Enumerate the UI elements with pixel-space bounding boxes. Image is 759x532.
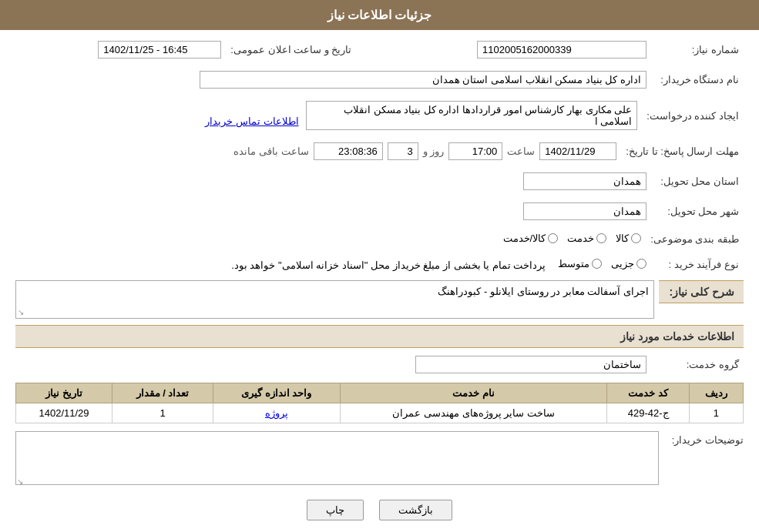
tarikhoSaat-input: 1402/11/25 - 16:45	[98, 41, 221, 59]
toseeh-label: توضیحات خریدار:	[659, 431, 744, 446]
remaining-input: 23:08:36	[314, 142, 383, 160]
cell-radif: 1	[689, 403, 743, 423]
radio-khedmat-label: خدمت	[567, 233, 594, 244]
radio-motevaset-input[interactable]	[592, 259, 602, 269]
radio-kala-label: کالا	[616, 233, 629, 244]
tabaghe-value: کالا خدمت کالا/خدمت	[15, 229, 646, 249]
page-title: جزئیات اطلاعات نیاز	[327, 8, 432, 22]
shahr-value: همدان	[15, 199, 651, 223]
radio-kalakhedmat-label: کالا/خدمت	[503, 233, 546, 244]
time-input: 17:00	[448, 142, 502, 160]
col-vahed: واحد اندازه گیری	[213, 383, 340, 403]
grooh-label: گروه خدمت:	[651, 353, 744, 376]
radio-motevaset-label: متوسط	[558, 258, 589, 269]
col-nam: نام خدمت	[340, 383, 607, 403]
bazgasht-button[interactable]: بازگشت	[379, 500, 452, 520]
ijadKonande-input: علی مکاری بهار کارشناس امور قراردادها اد…	[306, 101, 637, 130]
info-table-row5: استان محل تحویل: همدان	[15, 169, 744, 193]
page-header: جزئیات اطلاعات نیاز	[0, 0, 759, 30]
namDastgah-input: اداره کل بنیاد مسکن انقلاب اسلامی استان …	[200, 71, 646, 89]
grooh-input: ساختمان	[415, 356, 646, 373]
cell-vahed[interactable]: پروژه	[213, 403, 340, 423]
cell-tarikh: 1402/11/29	[16, 403, 113, 423]
table-row: 1 ج-42-429 ساخت سایر پروژه‌های مهندسی عم…	[16, 403, 744, 423]
services-section-title: اطلاعات خدمات مورد نیاز	[15, 325, 744, 348]
cell-nam: ساخت سایر پروژه‌های مهندسی عمران	[340, 403, 607, 423]
col-kod: کد خدمت	[607, 383, 689, 403]
radio-kalakhedmat: کالا/خدمت	[503, 233, 559, 244]
shomareNiaz-value: 1102005162000339	[367, 38, 651, 62]
sharh-value-box: اجرای آسفالت معابر در روستای ایلانلو - ک…	[15, 280, 654, 319]
info-table-row3: ایجاد کننده درخواست: علی مکاری بهار کارش…	[15, 98, 744, 133]
shomareNiaz-input: 1102005162000339	[477, 41, 646, 59]
info-table-row8: نوع فرآیند خرید : جزیی متوسط پرداخت تمام…	[15, 255, 744, 274]
time-label: ساعت	[507, 146, 535, 157]
sharh-section-title: شرح کلی نیاز:	[659, 280, 744, 303]
radio-khedmat: خدمت	[567, 233, 606, 244]
rooz-label: روز و	[423, 146, 445, 157]
ijadKonande-label: ایجاد کننده درخواست:	[642, 98, 744, 133]
sharh-section: شرح کلی نیاز: اجرای آسفالت معابر در روست…	[15, 280, 744, 319]
tarikhoSaat-label: تاریخ و ساعت اعلان عمومی:	[226, 38, 367, 62]
services-table: ردیف کد خدمت نام خدمت واحد اندازه گیری ت…	[15, 383, 744, 423]
grooh-value: ساختمان	[15, 353, 651, 376]
naveFarayand-radio-group: جزیی متوسط	[558, 258, 646, 269]
chap-button[interactable]: چاپ	[307, 500, 364, 520]
radio-jazee-input[interactable]	[636, 259, 646, 269]
shahr-label: شهر محل تحویل:	[651, 199, 744, 223]
remaining-label: ساعت باقی مانده	[233, 146, 308, 157]
date-input: 1402/11/29	[539, 142, 616, 160]
mohlat-value: 1402/11/29 ساعت 17:00 روز و 3 23:08:36 س…	[15, 139, 621, 163]
shomareNiaz-label: شماره نیاز:	[651, 38, 744, 62]
toseeh-textarea[interactable]	[15, 431, 659, 485]
page-wrapper: جزئیات اطلاعات نیاز شماره نیاز: 11020051…	[0, 0, 759, 532]
info-table-row4: مهلت ارسال پاسخ: تا تاریخ: 1402/11/29 سا…	[15, 139, 744, 163]
radio-jazee-label: جزیی	[611, 258, 634, 269]
radio-khedmat-input[interactable]	[596, 233, 606, 243]
cell-tedad: 1	[113, 403, 213, 423]
ijadKonande-value: علی مکاری بهار کارشناس امور قراردادها اد…	[15, 98, 642, 133]
col-tarikh: تاریخ نیاز	[16, 383, 113, 403]
naveFarayand-value: جزیی متوسط پرداخت تمام یا بخشی از مبلغ خ…	[15, 255, 651, 274]
naveFarayand-description: پرداخت تمام یا بخشی از مبلغ خریداز محل "…	[231, 259, 546, 271]
tabaghe-radio-group: کالا خدمت کالا/خدمت	[503, 233, 642, 244]
sharh-value: اجرای آسفالت معابر در روستای ایلانلو - ک…	[438, 286, 649, 297]
namDastgah-value: اداره کل بنیاد مسکن انقلاب اسلامی استان …	[15, 68, 651, 92]
etelaat-link[interactable]: اطلاعات تماس خریدار	[205, 115, 298, 127]
sharh-container: اجرای آسفالت معابر در روستای ایلانلو - ک…	[15, 280, 654, 319]
resize-icon-toseeh: ↘	[17, 477, 23, 486]
tarikhoSaat-value: 1402/11/25 - 16:45	[15, 38, 226, 62]
shahr-input: همدان	[523, 202, 646, 220]
info-table-row6: شهر محل تحویل: همدان	[15, 199, 744, 223]
tabaghe-label: طبقه بندی موضوعی:	[646, 229, 744, 249]
naveFarayand-label: نوع فرآیند خرید :	[651, 255, 744, 274]
mohlat-label: مهلت ارسال پاسخ: تا تاریخ:	[621, 139, 744, 163]
ostan-input: همدان	[523, 172, 646, 190]
toseeh-section: توضیحات خریدار: ↘	[15, 431, 744, 487]
radio-kalakhedmat-input[interactable]	[548, 233, 558, 243]
main-content: شماره نیاز: 1102005162000339 تاریخ و ساع…	[0, 30, 759, 532]
button-row: بازگشت چاپ	[15, 500, 744, 520]
info-table-row2: نام دستگاه خریدار: اداره کل بنیاد مسکن ا…	[15, 68, 744, 92]
ostan-label: استان محل تحویل:	[651, 169, 744, 193]
radio-kala-input[interactable]	[631, 233, 641, 243]
radio-motevaset: متوسط	[558, 258, 602, 269]
radio-jazee: جزیی	[611, 258, 646, 269]
info-table-row7: طبقه بندی موضوعی: کالا خدمت	[15, 229, 744, 249]
col-radif: ردیف	[689, 383, 743, 403]
info-table-row1: شماره نیاز: 1102005162000339 تاریخ و ساع…	[15, 38, 744, 62]
radio-kala: کالا	[616, 233, 641, 244]
rooz-input: 3	[388, 142, 418, 160]
table-header: ردیف کد خدمت نام خدمت واحد اندازه گیری ت…	[16, 383, 744, 403]
toseeh-container: ↘	[15, 431, 659, 487]
resize-icon: ↘	[18, 308, 24, 316]
info-table-grooh: گروه خدمت: ساختمان	[15, 353, 744, 376]
table-body: 1 ج-42-429 ساخت سایر پروژه‌های مهندسی عم…	[16, 403, 744, 423]
cell-kod: ج-42-429	[607, 403, 689, 423]
col-tedad: تعداد / مقدار	[113, 383, 213, 403]
ostan-value: همدان	[15, 169, 651, 193]
namDastgah-label: نام دستگاه خریدار:	[651, 68, 744, 92]
